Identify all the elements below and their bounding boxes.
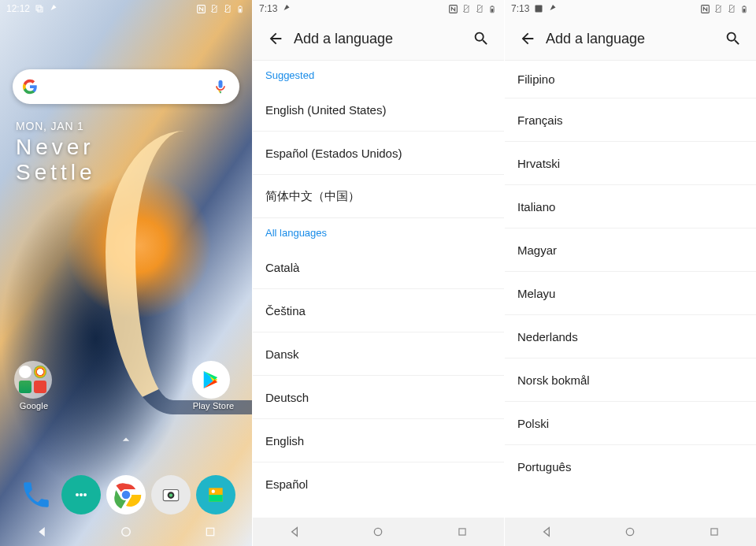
nfc-icon: [700, 4, 710, 13]
gallery-app[interactable]: [196, 475, 235, 514]
lang-row[interactable]: Français: [505, 98, 756, 142]
location-icon: [282, 4, 291, 13]
svg-point-9: [76, 493, 79, 496]
phone-language-list-top: 7:13 Add a language Suggested English (U…: [252, 0, 504, 546]
messages-app[interactable]: [61, 475, 101, 514]
play-store-app[interactable]: Play Store: [192, 361, 235, 410]
phone-app[interactable]: [17, 475, 56, 514]
back-button[interactable]: [261, 24, 291, 54]
nav-home[interactable]: [607, 518, 653, 546]
lang-row[interactable]: Português: [505, 445, 756, 488]
lang-row[interactable]: Polski: [505, 402, 756, 445]
language-list[interactable]: Suggested English (United States) Españo…: [253, 60, 504, 518]
lang-row[interactable]: Dansk: [253, 332, 504, 376]
app-drawer-handle[interactable]: [118, 432, 134, 451]
tagline-2: Settle: [16, 160, 96, 184]
image-icon: [534, 4, 543, 13]
back-button[interactable]: [513, 24, 543, 54]
search-button[interactable]: [466, 24, 496, 54]
google-search-bar[interactable]: [13, 69, 239, 104]
lang-label: Français: [517, 113, 563, 127]
svg-rect-7: [239, 6, 241, 6]
lang-row[interactable]: Magyar: [505, 228, 756, 272]
svg-rect-19: [209, 495, 222, 502]
lang-row[interactable]: Norsk bokmål: [505, 358, 756, 402]
no-sim-icon: [713, 4, 723, 13]
svg-point-17: [169, 493, 172, 496]
lang-row[interactable]: Español (Estados Unidos): [253, 132, 504, 175]
svg-point-29: [375, 528, 382, 535]
home-date-widget[interactable]: MON, JAN 1 NeverSettle: [16, 120, 96, 185]
app-bar: Add a language: [253, 17, 504, 60]
nav-home[interactable]: [103, 518, 149, 546]
location-icon: [548, 4, 558, 13]
lang-row[interactable]: English: [253, 419, 504, 462]
battery-icon: [236, 4, 246, 13]
svg-rect-28: [491, 6, 493, 6]
no-sim-icon-2: [475, 4, 484, 13]
voice-search-icon[interactable]: [213, 79, 228, 95]
lang-label: Nederlands: [517, 330, 578, 344]
lang-row[interactable]: English (United States): [253, 88, 504, 132]
battery-icon: [740, 4, 750, 13]
language-list[interactable]: Filipino Français Hrvatski Italiano Magy…: [505, 60, 756, 518]
svg-rect-0: [36, 6, 41, 10]
lang-row[interactable]: Čeština: [253, 289, 504, 332]
camera-app[interactable]: [151, 475, 191, 514]
lang-label: Norsk bokmål: [517, 373, 590, 387]
svg-point-20: [211, 490, 214, 493]
status-time: 7:13: [511, 3, 529, 14]
lang-label: Deutsch: [265, 391, 309, 404]
search-button[interactable]: [718, 24, 748, 54]
nav-home[interactable]: [355, 518, 401, 546]
nav-bar: [0, 518, 252, 546]
nav-recents[interactable]: [187, 518, 233, 546]
lang-row[interactable]: Deutsch: [253, 376, 504, 419]
page-title: Add a language: [294, 31, 393, 47]
lang-label: Dansk: [265, 347, 299, 361]
lang-row[interactable]: 简体中文（中国）: [253, 175, 504, 218]
lang-row[interactable]: Melayu: [505, 272, 756, 315]
status-time: 12:12: [6, 3, 30, 14]
lang-label: Italiano: [517, 200, 555, 214]
google-folder[interactable]: Google: [14, 361, 54, 410]
nav-bar: [505, 518, 756, 546]
lang-label: Hrvatski: [517, 157, 560, 170]
chrome-app[interactable]: [106, 475, 146, 514]
svg-rect-27: [491, 9, 494, 12]
lang-row[interactable]: Català: [253, 246, 504, 289]
status-bar: 12:12: [0, 0, 252, 17]
nav-back[interactable]: [19, 518, 65, 546]
phone-language-list-scrolled: 7:13 Add a language Filipino Français Hr…: [504, 0, 756, 546]
svg-rect-31: [536, 6, 543, 13]
svg-point-21: [122, 528, 131, 537]
lang-row[interactable]: Nederlands: [505, 315, 756, 358]
lang-label: Español (Estados Unidos): [265, 147, 402, 160]
status-time: 7:13: [259, 3, 277, 14]
page-title: Add a language: [546, 31, 645, 47]
lang-label: English: [265, 434, 304, 448]
app-bar: Add a language: [505, 17, 756, 60]
lang-label: Español: [265, 477, 308, 491]
svg-rect-6: [239, 9, 242, 12]
nav-back[interactable]: [524, 518, 569, 546]
lang-row[interactable]: Italiano: [505, 185, 756, 228]
lang-row[interactable]: Español: [253, 462, 504, 506]
tagline-1: Never: [16, 135, 94, 159]
nav-back[interactable]: [272, 518, 317, 546]
folder-preview: [14, 361, 52, 399]
lang-label: Polski: [517, 417, 549, 430]
nav-recents[interactable]: [691, 518, 737, 546]
header-suggested: Suggested: [253, 61, 504, 88]
lang-label: English (United States): [265, 103, 386, 117]
lang-row[interactable]: Filipino: [505, 61, 756, 98]
lang-label: Magyar: [517, 243, 557, 257]
header-all: All languages: [253, 218, 504, 246]
lang-label: 简体中文（中国）: [265, 189, 360, 204]
lang-row[interactable]: Hrvatski: [505, 142, 756, 185]
nav-recents[interactable]: [439, 518, 485, 546]
status-bar: 7:13: [253, 0, 504, 17]
nav-bar: [253, 518, 504, 546]
nfc-icon: [196, 4, 206, 13]
svg-point-11: [83, 493, 87, 496]
